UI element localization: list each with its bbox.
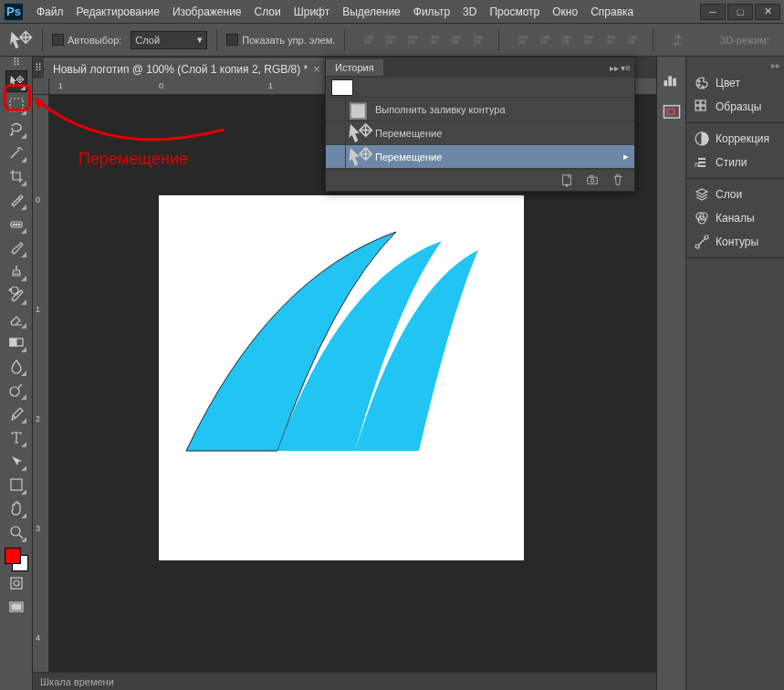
align-vcenter-button[interactable] (382, 30, 402, 50)
align-top-button[interactable] (360, 30, 380, 50)
auto-select-label: Автовыбор: (68, 35, 121, 46)
panel-label: Образцы (716, 100, 761, 113)
document-tab[interactable]: Новый логотип @ 100% (Слой 1 копия 2, RG… (44, 58, 329, 78)
timeline-panel-collapsed[interactable]: Шкала времени (33, 672, 656, 690)
ruler-origin[interactable] (33, 78, 49, 95)
lasso-tool[interactable] (5, 118, 27, 140)
ruler-tick: 3 (36, 524, 40, 533)
adjustments-icon (694, 131, 710, 147)
distribute-hcenter-button[interactable] (601, 30, 622, 50)
eyedropper-tool[interactable] (5, 189, 27, 211)
distribute-vcenter-button[interactable] (536, 30, 556, 50)
align-right-button[interactable] (469, 30, 489, 50)
panel-styles[interactable]: Стили (686, 151, 784, 174)
palette-icon (694, 75, 710, 91)
vertical-ruler[interactable]: 0 1 2 3 4 (33, 95, 49, 672)
histogram-panel-icon[interactable] (662, 69, 682, 89)
history-item-label: Выполнить заливку контура (373, 104, 634, 115)
magic-wand-tool[interactable] (5, 141, 27, 163)
window-maximize-button[interactable]: □ (727, 4, 753, 20)
panel-color[interactable]: Цвет (686, 71, 784, 95)
history-source-col[interactable] (326, 121, 346, 144)
menu-type[interactable]: Шрифт (288, 4, 335, 20)
paths-icon (694, 234, 710, 250)
crop-tool[interactable] (5, 165, 27, 187)
panel-channels[interactable]: Каналы (686, 206, 784, 230)
shape-tool[interactable] (5, 474, 27, 496)
window-minimize-button[interactable]: ─ (700, 4, 726, 20)
align-hcenter-button[interactable] (447, 30, 467, 50)
close-tab-icon[interactable]: × (313, 62, 320, 76)
divider (42, 29, 43, 51)
distribute-top-button[interactable] (514, 30, 534, 50)
zoom-tool[interactable] (5, 521, 27, 543)
panel-layers[interactable]: Слои (686, 183, 784, 206)
panel-collapse-icon[interactable]: ▸▸ (610, 63, 619, 73)
distribute-bottom-button[interactable] (558, 30, 578, 50)
history-item[interactable]: Выполнить заливку контура (326, 98, 634, 121)
screen-mode-toggle[interactable] (5, 596, 27, 618)
brush-tool[interactable] (5, 236, 27, 258)
history-tab[interactable]: История (326, 59, 383, 76)
hand-tool[interactable] (5, 497, 27, 519)
menu-select[interactable]: Выделение (337, 4, 406, 20)
panel-collapse-icon[interactable]: ▸▸ (686, 60, 784, 71)
type-tool[interactable] (5, 426, 27, 448)
current-tool-icon[interactable] (7, 29, 33, 51)
gradient-tool[interactable] (5, 331, 27, 353)
distribute-left-button[interactable] (580, 30, 600, 50)
foreground-color-swatch[interactable] (5, 548, 21, 564)
menu-layers[interactable]: Слои (249, 4, 287, 20)
svg-rect-34 (11, 578, 22, 589)
ruler-tick: 2 (36, 414, 40, 423)
canvas[interactable] (159, 195, 524, 560)
history-snapshot-row[interactable] (326, 78, 634, 98)
toolbox-grip-icon[interactable]: ⠿ (0, 57, 32, 68)
new-document-from-state-icon[interactable] (559, 172, 574, 189)
eraser-tool[interactable] (5, 308, 27, 329)
align-bottom-button[interactable] (403, 30, 423, 50)
panel-swatches[interactable]: Образцы (686, 95, 784, 119)
panel-adjustments[interactable]: Коррекция (686, 127, 784, 151)
history-item-selected[interactable]: Перемещение ▸ (326, 145, 634, 169)
menu-filter[interactable]: Фильтр (408, 4, 455, 20)
menu-file[interactable]: Файл (31, 4, 69, 20)
history-panel-footer (326, 169, 634, 191)
divider (498, 29, 499, 51)
ruler-tick: 1 (268, 81, 273, 90)
quickmask-toggle[interactable] (5, 572, 27, 594)
3d-mode-button[interactable] (668, 30, 688, 50)
pen-tool[interactable] (5, 402, 27, 424)
auto-select-checkbox[interactable]: Автовыбор: (52, 34, 121, 46)
dodge-tool[interactable] (5, 379, 27, 401)
tab-grip-icon[interactable]: ⠿ (33, 57, 44, 78)
history-source-col[interactable] (326, 145, 346, 168)
window-close-button[interactable]: ✕ (755, 4, 780, 20)
panel-label: Стили (716, 156, 747, 169)
menu-edit[interactable]: Редактирование (71, 4, 165, 20)
auto-select-dropdown[interactable]: Слой ▾ (131, 31, 207, 49)
menu-help[interactable]: Справка (585, 4, 639, 20)
distribute-right-button[interactable] (623, 30, 643, 50)
history-brush-tool[interactable] (5, 284, 27, 306)
history-source-col[interactable] (326, 98, 346, 120)
menu-image[interactable]: Изображение (167, 4, 247, 20)
color-swatches[interactable] (5, 548, 28, 571)
align-left-button[interactable] (425, 30, 445, 50)
history-item[interactable]: Перемещение (326, 121, 634, 145)
options-bar: Автовыбор: Слой ▾ Показать упр. элем. 3D… (0, 24, 784, 57)
panel-label: Коррекция (716, 132, 769, 145)
menu-3d[interactable]: 3D (457, 4, 482, 20)
panel-menu-icon[interactable]: ▾≡ (621, 63, 631, 73)
clone-stamp-tool[interactable] (5, 260, 27, 282)
menu-view[interactable]: Просмотр (484, 4, 545, 20)
delete-state-icon[interactable] (611, 172, 625, 189)
navigator-panel-icon[interactable] (662, 102, 682, 122)
path-selection-tool[interactable] (5, 450, 27, 472)
healing-brush-tool[interactable] (5, 213, 27, 235)
panel-paths[interactable]: Контуры (686, 230, 784, 254)
blur-tool[interactable] (5, 355, 27, 377)
show-transform-checkbox[interactable]: Показать упр. элем. (226, 34, 335, 46)
menu-window[interactable]: Окно (547, 4, 583, 20)
new-snapshot-icon[interactable] (585, 172, 600, 189)
